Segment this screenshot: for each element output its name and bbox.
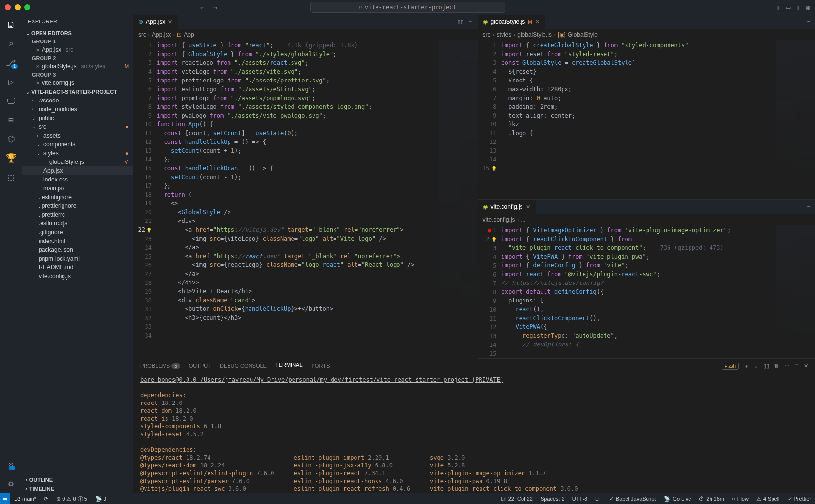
- customize-layout-icon[interactable]: ▦: [806, 3, 810, 11]
- terminal-output[interactable]: bare-bones@0.0.0 /Users/jfavreau/My Driv…: [133, 373, 815, 493]
- close-icon[interactable]: ✕: [36, 64, 40, 69]
- file-item[interactable]: vite.config.js: [22, 272, 133, 281]
- chevron-up-icon[interactable]: ⌃: [794, 363, 799, 369]
- minimap[interactable]: [776, 225, 815, 358]
- flow-indicator[interactable]: ○ Flow: [728, 496, 752, 502]
- folder-item[interactable]: ⌄src●: [22, 122, 133, 131]
- file-item[interactable]: index.css: [22, 175, 133, 184]
- file-item[interactable]: index.html: [22, 237, 133, 245]
- file-item[interactable]: . eslintignore: [22, 193, 133, 202]
- encoding[interactable]: UTF-8: [568, 496, 591, 502]
- file-item[interactable]: package.json: [22, 245, 133, 254]
- indentation[interactable]: Spaces: 2: [537, 496, 568, 502]
- minimize-window-icon[interactable]: [15, 4, 21, 10]
- close-icon[interactable]: ✕: [168, 19, 172, 25]
- tab-debug-console[interactable]: DEBUG CONSOLE: [220, 363, 267, 369]
- minimap[interactable]: [439, 40, 478, 359]
- remote-indicator[interactable]: ⇋: [0, 493, 10, 504]
- folder-item[interactable]: ›.vscode: [22, 96, 133, 105]
- open-editors-header[interactable]: OPEN EDITORS: [22, 29, 133, 38]
- close-panel-icon[interactable]: ✕: [804, 363, 808, 369]
- tab-terminal[interactable]: TERMINAL: [275, 362, 303, 370]
- nav-forward-icon[interactable]: →: [213, 3, 217, 11]
- tab-viteconfig[interactable]: ◉ vite.config.js ✕: [478, 200, 536, 214]
- close-icon[interactable]: ✕: [535, 19, 540, 25]
- terminal-shell-label[interactable]: ▸ zsh: [722, 363, 739, 370]
- line-gutter[interactable]: 123456789101112131415: [478, 225, 502, 358]
- file-item[interactable]: pnpm-lock.yaml: [22, 254, 133, 263]
- file-item[interactable]: README.md: [22, 263, 133, 272]
- open-editor-item[interactable]: ✕globalStyle.jssrc/stylesM: [22, 62, 133, 71]
- cursor-position[interactable]: Ln 22, Col 22: [497, 496, 536, 502]
- folder-item[interactable]: ›assets: [22, 131, 133, 140]
- run-debug-icon[interactable]: ▷: [8, 77, 14, 87]
- code-editor[interactable]: import { createGlobalStyle } from "style…: [502, 40, 776, 199]
- file-item[interactable]: main.jsx: [22, 184, 133, 193]
- file-item[interactable]: globalStyle.jsM: [22, 158, 133, 166]
- close-icon[interactable]: ✕: [36, 81, 40, 86]
- more-icon[interactable]: ⋯: [807, 19, 810, 25]
- timeline-section[interactable]: TIMELINE: [22, 484, 133, 493]
- breadcrumb[interactable]: vite.config.js› ...: [478, 214, 815, 225]
- folder-item[interactable]: ⌄styles●: [22, 149, 133, 158]
- close-icon[interactable]: ✕: [526, 204, 530, 210]
- tab-globalstyle[interactable]: ◉ globalStyle.js M ✕: [478, 15, 545, 29]
- command-center[interactable]: ⌕ vite-react-starter-project: [310, 2, 505, 13]
- maximize-window-icon[interactable]: [24, 4, 30, 10]
- spell-check[interactable]: ⚠ 4 Spell: [752, 496, 784, 502]
- tab-problems[interactable]: PROBLEMS5: [140, 363, 180, 369]
- extensions-icon[interactable]: ⊞: [8, 115, 14, 125]
- close-icon[interactable]: ✕: [36, 47, 40, 53]
- tab-app[interactable]: ⊛ App.jsx ✕: [133, 15, 178, 29]
- outline-section[interactable]: OUTLINE: [22, 475, 133, 484]
- explorer-icon[interactable]: 🗎: [7, 20, 16, 30]
- breadcrumb[interactable]: src› styles› globalStyle.js› [◉] GlobalS…: [478, 29, 815, 40]
- prettier-status[interactable]: ✓ Prettier: [784, 496, 815, 502]
- breadcrumb[interactable]: src› App.jsx› ⊡ App: [133, 29, 478, 40]
- time-tracker[interactable]: ⏱ 2h 16m: [695, 496, 728, 502]
- file-item[interactable]: . prettierignore: [22, 202, 133, 210]
- file-item[interactable]: . prettierrc: [22, 210, 133, 219]
- trophy-icon[interactable]: 🏆: [6, 153, 17, 163]
- new-terminal-icon[interactable]: ＋: [744, 363, 749, 370]
- layout-sidebar-left-icon[interactable]: ▯: [776, 3, 780, 11]
- more-icon[interactable]: ⋯: [469, 19, 472, 25]
- layout-sidebar-right-icon[interactable]: ▯: [796, 3, 800, 11]
- file-item[interactable]: .eslintrc.cjs: [22, 219, 133, 228]
- more-icon[interactable]: ⋯: [784, 363, 790, 369]
- split-terminal-icon[interactable]: ▯▯: [763, 363, 769, 369]
- close-window-icon[interactable]: [5, 4, 11, 10]
- layout-panel-icon[interactable]: ▭: [786, 3, 790, 11]
- line-gutter[interactable]: 1234567891011121314151617181920212223242…: [133, 40, 157, 359]
- figma-icon[interactable]: ⬚: [8, 172, 14, 182]
- chevron-down-icon[interactable]: ⌄: [754, 363, 758, 369]
- line-gutter[interactable]: 123456789101112131415: [478, 40, 502, 199]
- open-editor-item[interactable]: ✕App.jsxsrc: [22, 45, 133, 54]
- project-header[interactable]: VITE-REACT-STARTER-PROJECT: [22, 87, 133, 96]
- split-editor-icon[interactable]: ▯▯: [457, 19, 464, 25]
- tab-output[interactable]: OUTPUT: [189, 363, 211, 369]
- language-mode[interactable]: ✓ Babel JavaScript: [606, 496, 660, 502]
- folder-item[interactable]: ⌄public: [22, 114, 133, 122]
- search-icon[interactable]: ⌕: [8, 39, 14, 49]
- more-icon[interactable]: ⋯: [122, 19, 127, 25]
- folder-item[interactable]: ›node_modules: [22, 105, 133, 114]
- minimap[interactable]: [776, 40, 815, 199]
- accounts-icon[interactable]: ⊙1: [8, 459, 14, 469]
- folder-item[interactable]: ⌄components: [22, 140, 133, 149]
- testing-icon[interactable]: ⌬: [7, 134, 15, 144]
- tab-ports[interactable]: PORTS: [312, 363, 330, 369]
- file-item[interactable]: .gitignore: [22, 228, 133, 237]
- eol[interactable]: LF: [591, 496, 606, 502]
- file-item[interactable]: App.jsx: [22, 166, 133, 175]
- code-editor[interactable]: import { useState } from "react"; 4.1k (…: [157, 40, 439, 359]
- sync-icon[interactable]: ⟳: [40, 493, 52, 504]
- radio-status[interactable]: 📡 0: [91, 493, 110, 504]
- code-editor[interactable]: import { ViteImageOptimizer } from "vite…: [502, 225, 776, 358]
- go-live[interactable]: 📡 Go Live: [660, 496, 695, 502]
- problems-status[interactable]: ⊗ 0 ⚠ 0 ⓘ 5: [52, 493, 91, 504]
- more-icon[interactable]: ⋯: [807, 203, 810, 210]
- nav-back-icon[interactable]: ←: [200, 3, 204, 11]
- open-editor-item[interactable]: ✕vite.config.js: [22, 79, 133, 87]
- source-control-icon[interactable]: ⎇1: [6, 58, 16, 68]
